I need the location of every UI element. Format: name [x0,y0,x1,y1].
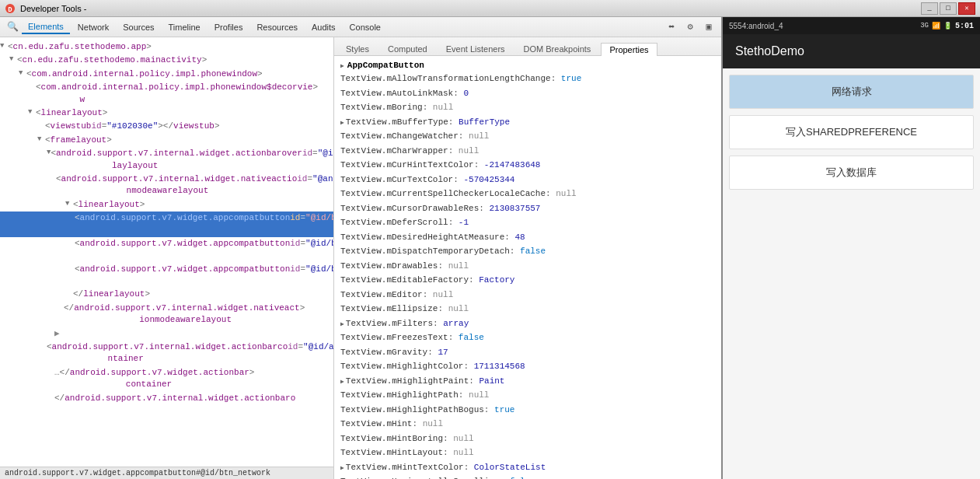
prop-row: TextView.mHighlightPathBogus: true [334,403,721,418]
prop-row: TextView.mDesiredHeightAtMeasure: 48 [334,230,721,245]
signal-icon: 3G [920,22,929,30]
app-icon: D [5,3,16,14]
close-button[interactable]: ✕ [958,2,975,15]
toolbar-right-icons: ⬌ ⚙ ▣ [664,19,717,35]
prop-row: TextView.mDispatchTemporaryDetach: false [334,244,721,259]
prop-row: TextView.mCurHintTextColor: -2147483648 [334,158,721,173]
triangle-icon[interactable] [19,68,26,79]
android-btn-shared-pref[interactable]: 写入SHAREDPREFERENCE [729,115,974,149]
tab-dom-breakpoints[interactable]: DOM Breakpoints [515,42,600,55]
dom-line[interactable]: <android.support.v7.internal.widget.acti… [0,147,333,173]
dock-icon[interactable]: ▣ [701,19,717,35]
triangle-icon[interactable] [65,199,73,209]
tab-timeline[interactable]: Timeline [162,21,207,33]
prop-row[interactable]: TextView.mBufferType: BufferType [334,115,721,130]
dom-line[interactable]: <android.support.v7.widget.appcompatbutt… [0,263,333,288]
inspect-icon[interactable]: 🔍 [5,19,20,35]
main-layout: 🔍 Elements Network Sources Timeline Prof… [0,17,980,479]
android-btn-network[interactable]: 网络请求 [729,75,974,109]
prop-row: TextView.mChangeWatcher: null [334,129,721,144]
prop-row: TextView.mCurTextColor: -570425344 [334,173,721,187]
svg-text:D: D [8,6,12,14]
prop-row: TextView.mHighlightPath: null [334,388,721,403]
android-status-icons: 3G 📶 🔋 5:01 [920,22,974,30]
dom-line[interactable]: <android.support.v7.internal.widget.nati… [0,173,333,198]
tab-properties[interactable]: Properties [601,43,657,56]
battery-icon: 🔋 [943,22,952,30]
prop-row: TextView.mHintLayout: null [334,446,721,460]
prop-row[interactable]: TextView.mFilters: array [334,316,721,331]
prop-row: TextView.mGravity: 17 [334,345,721,360]
dom-line[interactable]: <com.android.internal.policy.impl.phonew… [0,81,333,107]
triangle-icon[interactable] [0,41,8,51]
prop-row: TextView.mCharWrapper: null [334,144,721,159]
window-title: Developer Tools - [20,4,921,13]
settings-icon[interactable]: ⚙ [682,19,698,35]
dom-line[interactable]: <framelayout> [0,134,333,147]
tab-audits[interactable]: Audits [305,21,342,33]
dom-line[interactable]: </android.support.v7.internal.widget.nat… [0,302,333,327]
tab-sources[interactable]: Sources [117,21,160,33]
dom-line[interactable]: <viewstub id="#102030e"></viewstub> [0,120,333,133]
props-section-header[interactable]: AppCompatButton [334,59,721,72]
android-action-bar: StethoDemo [723,34,980,68]
android-device-title: 5554:android_4 [729,22,920,30]
props-tabs: Styles Computed Event Listeners DOM Brea… [334,37,721,56]
android-title-bar: 5554:android_4 3G 📶 🔋 5:01 [723,17,980,34]
maximize-button[interactable]: □ [940,2,957,15]
minimize-button[interactable]: _ [921,2,938,15]
dom-line[interactable]: <linearlayout> [0,107,333,120]
dom-line[interactable]: …</android.support.v7.widget.actionbar c… [0,366,333,392]
props-panel: Styles Computed Event Listeners DOM Brea… [334,37,721,479]
dom-line-selected[interactable]: <android.support.v7.widget.appcompatbutt… [0,212,333,237]
prop-row: TextView.mHorizontallyScrolling: false [334,474,721,479]
prop-row: TextView.mEditableFactory: Factory [334,273,721,288]
prop-row: TextView.mAllowTransformationLengthChang… [334,72,721,86]
triangle-icon[interactable] [37,135,45,145]
dom-line[interactable]: <android.support.v7.widget.appcompatbutt… [0,237,333,263]
tab-network[interactable]: Network [71,21,115,33]
tab-elements[interactable]: Elements [22,20,70,34]
android-content: 网络请求 写入SHAREDPREFERENCE 写入数据库 [723,68,980,479]
prop-row: TextView.mHint: null [334,417,721,432]
dom-line[interactable]: <com.android.internal.policy.impl.phonew… [0,68,333,81]
tab-event-listeners[interactable]: Event Listeners [438,42,514,55]
dom-panel: <cn.edu.zafu.stethodemo.app> <cn.edu.zaf… [0,37,334,479]
android-device-panel: 5554:android_4 3G 📶 🔋 5:01 StethoDemo 网络… [723,17,980,479]
prop-row: TextView.mEditor: null [334,288,721,302]
devtools-body: <cn.edu.zafu.stethodemo.app> <cn.edu.zaf… [0,37,721,479]
dom-line[interactable]: <android.support.v7.internal.widget.acti… [0,341,333,366]
android-app-title: StethoDemo [735,44,804,58]
prop-row: TextView.mCursorDrawableRes: 2130837557 [334,201,721,216]
dom-line[interactable]: <cn.edu.zafu.stethodemo.app> [0,40,333,54]
prop-row: TextView.mEllipsize: null [334,302,721,316]
emulation-icon[interactable]: ⬌ [664,19,679,35]
prop-row[interactable]: TextView.mHintTextColor: ColorStateList [334,460,721,475]
devtools-toolbar: 🔍 Elements Network Sources Timeline Prof… [0,17,721,37]
wifi-icon: 📶 [932,22,940,30]
prop-row[interactable]: TextView.mHighlightPaint: Paint [334,374,721,389]
status-time: 5:01 [955,22,974,30]
tab-console[interactable]: Console [344,21,387,33]
dom-status-bar: android.support.v7.widget.appcompatbutto… [0,467,333,479]
title-bar: D Developer Tools - _ □ ✕ [0,0,980,17]
dom-line[interactable]: </linearlayout> [0,288,333,301]
triangle-icon[interactable] [9,54,17,65]
dom-tree-scroll[interactable]: <cn.edu.zafu.stethodemo.app> <cn.edu.zaf… [0,37,333,467]
triangle-icon[interactable] [28,107,36,117]
prop-row: TextView.mHintBoring: null [334,432,721,446]
dom-line[interactable]: ▶ [0,327,333,341]
prop-row: TextView.mDrawables: null [334,259,721,274]
prop-row: TextView.mHighlightColor: 1711314568 [334,359,721,374]
prop-triangle-icon [340,62,344,69]
dom-line[interactable]: <linearlayout> [0,198,333,212]
dom-line[interactable]: </android.support.v7.internal.widget.act… [0,392,333,405]
tab-profiles[interactable]: Profiles [208,21,249,33]
android-btn-sqlite[interactable]: 写入数据库 [729,156,974,190]
props-content[interactable]: AppCompatButton TextView.mAllowTransform… [334,56,721,479]
tab-resources[interactable]: Resources [250,21,304,33]
tab-computed[interactable]: Computed [379,42,436,55]
window-controls: _ □ ✕ [921,2,975,15]
tab-styles[interactable]: Styles [337,42,378,55]
dom-line[interactable]: <cn.edu.zafu.stethodemo.mainactivity> [0,54,333,67]
